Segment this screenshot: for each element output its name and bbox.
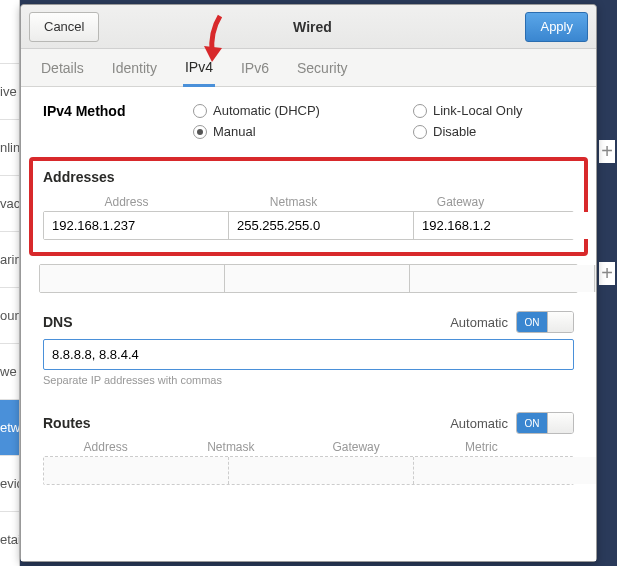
- gateway-input[interactable]: [414, 212, 596, 239]
- routes-automatic-label: Automatic: [450, 416, 508, 431]
- col-metric: Metric: [419, 440, 544, 454]
- tab-ipv6[interactable]: IPv6: [239, 51, 271, 85]
- address-input[interactable]: [44, 212, 229, 239]
- plus-icon[interactable]: +: [599, 140, 615, 163]
- tab-ipv4[interactable]: IPv4: [183, 50, 215, 87]
- delete-row-button[interactable]: ✕: [595, 265, 596, 292]
- dialog-header: Cancel Wired Apply: [21, 5, 596, 49]
- routes-title: Routes: [43, 415, 90, 431]
- address-row: ✕: [43, 211, 574, 240]
- col-gateway: Gateway: [294, 440, 419, 454]
- col-netmask: Netmask: [168, 440, 293, 454]
- plus-icon[interactable]: +: [599, 262, 615, 285]
- tab-security[interactable]: Security: [295, 51, 350, 85]
- routes-automatic-toggle[interactable]: ON: [516, 412, 574, 434]
- cancel-button[interactable]: Cancel: [29, 12, 99, 42]
- route-gateway-input[interactable]: [414, 457, 596, 484]
- addresses-title: Addresses: [43, 169, 574, 185]
- dns-automatic-label: Automatic: [450, 315, 508, 330]
- radio-manual[interactable]: Manual: [193, 124, 353, 139]
- radio-automatic-dhcp[interactable]: Automatic (DHCP): [193, 103, 353, 118]
- settings-sidebar: ive nlin vac arin oun we etw evic etail: [0, 0, 20, 566]
- col-gateway: Gateway: [377, 195, 544, 209]
- radio-link-local[interactable]: Link-Local Only: [413, 103, 573, 118]
- dialog-title: Wired: [99, 19, 525, 35]
- route-row: ✕: [43, 456, 574, 485]
- apply-button[interactable]: Apply: [525, 12, 588, 42]
- col-address: Address: [43, 195, 210, 209]
- route-address-input[interactable]: [44, 457, 229, 484]
- ipv4-method-label: IPv4 Method: [43, 103, 193, 139]
- gateway-input[interactable]: [410, 265, 595, 292]
- route-netmask-input[interactable]: [229, 457, 414, 484]
- network-settings-dialog: Cancel Wired Apply Details Identity IPv4…: [20, 4, 597, 562]
- addresses-highlight: Addresses Address Netmask Gateway ✕: [29, 157, 588, 256]
- dns-automatic-toggle[interactable]: ON: [516, 311, 574, 333]
- tab-identity[interactable]: Identity: [110, 51, 159, 85]
- tab-bar: Details Identity IPv4 IPv6 Security: [21, 49, 596, 87]
- dns-hint: Separate IP addresses with commas: [43, 374, 574, 386]
- col-netmask: Netmask: [210, 195, 377, 209]
- address-row-empty: ✕: [39, 264, 578, 293]
- netmask-input[interactable]: [229, 212, 414, 239]
- dns-servers-input[interactable]: [43, 339, 574, 370]
- netmask-input[interactable]: [225, 265, 410, 292]
- dialog-content: IPv4 Method Automatic (DHCP) Link-Local …: [21, 87, 596, 561]
- col-address: Address: [43, 440, 168, 454]
- tab-details[interactable]: Details: [39, 51, 86, 85]
- dns-title: DNS: [43, 314, 73, 330]
- radio-disable[interactable]: Disable: [413, 124, 573, 139]
- address-input[interactable]: [40, 265, 225, 292]
